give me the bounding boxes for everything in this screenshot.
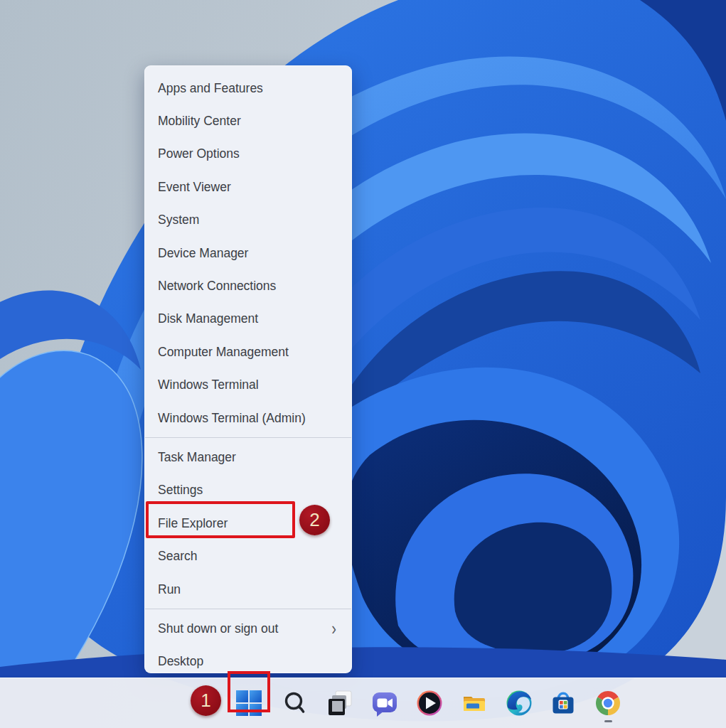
- menu-item-shut-down-or-sign-out[interactable]: Shut down or sign out ›: [144, 612, 352, 645]
- menu-item-windows-terminal[interactable]: Windows Terminal: [144, 369, 352, 402]
- menu-separator: [145, 437, 351, 438]
- menu-item-apps-and-features[interactable]: Apps and Features: [144, 72, 352, 105]
- winx-context-menu: Apps and Features Mobility Center Power …: [144, 65, 352, 673]
- media-player-icon: [415, 689, 444, 717]
- chrome-running-indicator: [604, 720, 612, 722]
- menu-item-computer-management[interactable]: Computer Management: [144, 336, 352, 368]
- menu-item-settings[interactable]: Settings: [144, 474, 352, 507]
- desktop: Apps and Features Mobility Center Power …: [0, 0, 726, 728]
- chrome-icon: [594, 689, 622, 717]
- task-view-button[interactable]: [326, 689, 354, 717]
- menu-item-windows-terminal-admin[interactable]: Windows Terminal (Admin): [144, 402, 352, 434]
- search-button[interactable]: [281, 689, 309, 717]
- folder-icon: [460, 689, 489, 717]
- taskbar: [0, 678, 726, 728]
- chat-icon: [370, 689, 399, 717]
- chat-button[interactable]: [370, 689, 399, 717]
- menu-item-disk-management[interactable]: Disk Management: [144, 303, 352, 336]
- menu-item-device-manager[interactable]: Device Manager: [144, 237, 352, 269]
- edge-icon: [505, 689, 533, 717]
- start-button[interactable]: [235, 689, 263, 717]
- menu-item-task-manager[interactable]: Task Manager: [144, 441, 352, 473]
- file-explorer-button[interactable]: [460, 689, 489, 717]
- menu-item-mobility-center[interactable]: Mobility Center: [144, 105, 352, 137]
- menu-item-system[interactable]: System: [144, 204, 352, 237]
- step-1-badge: 1: [191, 685, 221, 716]
- menu-item-power-options[interactable]: Power Options: [144, 138, 352, 171]
- search-icon: [281, 689, 309, 717]
- menu-item-search[interactable]: Search: [144, 540, 352, 572]
- media-player-button[interactable]: [415, 689, 444, 717]
- wallpaper-bloom: [0, 0, 726, 728]
- submenu-chevron-icon: ›: [331, 620, 336, 638]
- chrome-button[interactable]: [594, 689, 622, 717]
- task-view-icon: [326, 689, 354, 717]
- step-2-badge: 2: [299, 505, 330, 535]
- microsoft-store-icon: [549, 689, 577, 717]
- menu-item-network-connections[interactable]: Network Connections: [144, 269, 352, 302]
- menu-item-run[interactable]: Run: [144, 573, 352, 606]
- menu-item-event-viewer[interactable]: Event Viewer: [144, 171, 352, 203]
- edge-button[interactable]: [505, 689, 533, 717]
- menu-separator: [145, 609, 351, 609]
- windows-logo-icon: [235, 689, 263, 717]
- microsoft-store-button[interactable]: [549, 689, 577, 717]
- menu-item-desktop[interactable]: Desktop: [144, 646, 352, 678]
